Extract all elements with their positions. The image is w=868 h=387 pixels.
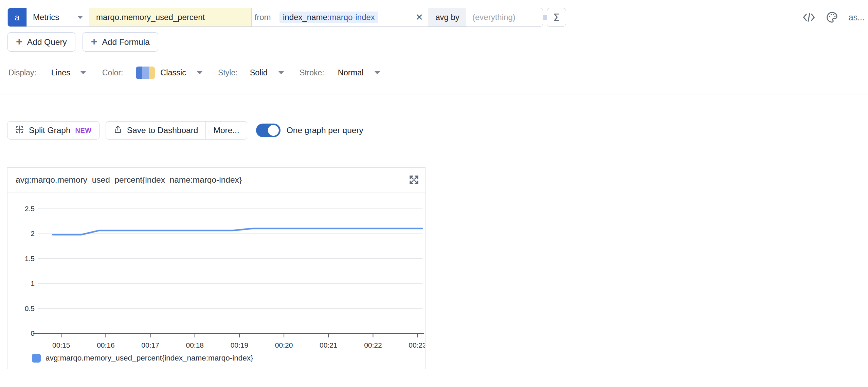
add-formula-label: Add Formula xyxy=(102,37,150,47)
code-view-icon[interactable] xyxy=(802,12,815,23)
style-label: Style: xyxy=(218,68,238,77)
svg-text:00:15: 00:15 xyxy=(52,341,70,349)
as-dropdown[interactable]: as... xyxy=(849,13,865,22)
chevron-down-icon[interactable] xyxy=(80,71,86,74)
new-badge: NEW xyxy=(75,127,92,134)
filter-input[interactable]: index_name:marqo-index ✕ xyxy=(274,8,429,26)
query-segmented-control: a Metrics marqo.memory_used_percent from… xyxy=(7,8,543,27)
graph-legend[interactable]: avg:marqo.memory_used_percent{index_name… xyxy=(32,354,253,363)
svg-text:00:23: 00:23 xyxy=(409,341,425,349)
svg-text:2: 2 xyxy=(31,229,35,237)
one-graph-per-query-toggle[interactable] xyxy=(256,124,281,137)
query-row-tools: as... xyxy=(802,9,865,26)
more-label: More... xyxy=(213,126,239,135)
color-palette-swatch[interactable] xyxy=(136,67,155,79)
svg-text:00:18: 00:18 xyxy=(186,341,204,349)
plus-icon: + xyxy=(16,36,22,47)
split-graph-label: Split Graph xyxy=(29,126,71,135)
timeseries-plot[interactable]: 00.511.522.500:1500:1600:1700:1800:1900:… xyxy=(7,192,425,353)
split-graph-button-wrap: Split Graph NEW xyxy=(7,121,100,140)
svg-text:00:16: 00:16 xyxy=(97,341,115,349)
svg-text:00:19: 00:19 xyxy=(231,341,249,349)
metric-input[interactable]: marqo.memory_used_percent xyxy=(89,8,251,26)
swatch-bar-3 xyxy=(149,67,155,79)
filter-tag-key: index_name xyxy=(283,13,327,22)
divider xyxy=(0,94,868,94)
expand-graph-icon[interactable] xyxy=(408,173,420,186)
save-more-button-group: Save to Dashboard More... xyxy=(106,121,247,140)
export-icon xyxy=(113,125,122,136)
chevron-down-icon[interactable] xyxy=(278,71,284,74)
svg-text:2.5: 2.5 xyxy=(25,205,35,213)
stroke-label: Stroke: xyxy=(300,68,324,77)
filter-tag[interactable]: index_name:marqo-index xyxy=(279,12,378,23)
clear-filter-icon[interactable]: ✕ xyxy=(415,13,423,22)
group-by-input[interactable]: (everything) xyxy=(466,8,543,26)
svg-text:00:22: 00:22 xyxy=(364,341,382,349)
graph-card: avg:marqo.memory_used_percent{index_name… xyxy=(7,167,426,369)
chevron-down-icon xyxy=(77,16,83,19)
add-row: + Add Query + Add Formula xyxy=(7,32,158,52)
legend-label: avg:marqo.memory_used_percent{index_name… xyxy=(46,354,253,363)
svg-text:0: 0 xyxy=(31,329,35,337)
save-to-dashboard-button[interactable]: Save to Dashboard xyxy=(106,122,206,139)
split-graph-icon xyxy=(15,125,24,136)
add-query-button[interactable]: + Add Query xyxy=(7,32,75,52)
swatch-bar-1 xyxy=(136,67,142,79)
svg-text:00:21: 00:21 xyxy=(320,341,338,349)
chevron-down-icon[interactable] xyxy=(375,71,380,74)
resize-handle[interactable] xyxy=(543,15,547,20)
legend-color-swatch xyxy=(32,354,41,363)
graph-header: avg:marqo.memory_used_percent{index_name… xyxy=(7,168,425,192)
toggle-knob xyxy=(268,125,279,136)
plus-icon: + xyxy=(91,36,97,47)
graph-toolbar: Split Graph NEW Save to Dashboard More..… xyxy=(7,121,363,140)
stroke-dropdown[interactable]: Normal xyxy=(338,68,364,77)
more-button[interactable]: More... xyxy=(205,122,247,139)
sigma-function-button[interactable]: Σ xyxy=(547,8,566,27)
save-to-dashboard-label: Save to Dashboard xyxy=(127,126,198,135)
query-letter-badge: a xyxy=(8,8,26,26)
display-options-row: Display: Lines Color: Classic Style: Sol… xyxy=(8,63,380,82)
palette-icon[interactable] xyxy=(826,11,838,24)
add-formula-button[interactable]: + Add Formula xyxy=(83,32,158,52)
svg-text:1.5: 1.5 xyxy=(25,255,35,262)
color-label: Color: xyxy=(102,68,123,77)
display-label: Display: xyxy=(8,68,36,77)
chevron-down-icon[interactable] xyxy=(197,71,202,74)
divider xyxy=(0,57,868,57)
color-scheme-dropdown[interactable]: Classic xyxy=(160,68,186,77)
graph-title: avg:marqo.memory_used_percent{index_name… xyxy=(16,175,242,185)
svg-text:0.5: 0.5 xyxy=(25,305,35,312)
svg-text:00:17: 00:17 xyxy=(141,341,159,349)
swatch-bar-2 xyxy=(142,67,149,79)
svg-text:1: 1 xyxy=(31,279,35,287)
aggregator-dropdown[interactable]: avg by xyxy=(429,8,466,26)
svg-text:00:20: 00:20 xyxy=(275,341,293,349)
one-graph-per-query-label: One graph per query xyxy=(287,126,363,135)
display-type-dropdown[interactable]: Lines xyxy=(51,68,70,77)
data-source-dropdown[interactable]: Metrics xyxy=(26,8,89,26)
data-source-label: Metrics xyxy=(33,13,59,22)
metric-value: marqo.memory_used_percent xyxy=(96,13,205,22)
from-label: from xyxy=(251,8,274,26)
style-dropdown[interactable]: Solid xyxy=(250,68,268,77)
add-query-label: Add Query xyxy=(27,37,67,47)
query-row: a Metrics marqo.memory_used_percent from… xyxy=(7,8,566,27)
filter-tag-value: marqo-index xyxy=(329,13,375,22)
split-graph-button[interactable]: Split Graph NEW xyxy=(7,122,99,139)
